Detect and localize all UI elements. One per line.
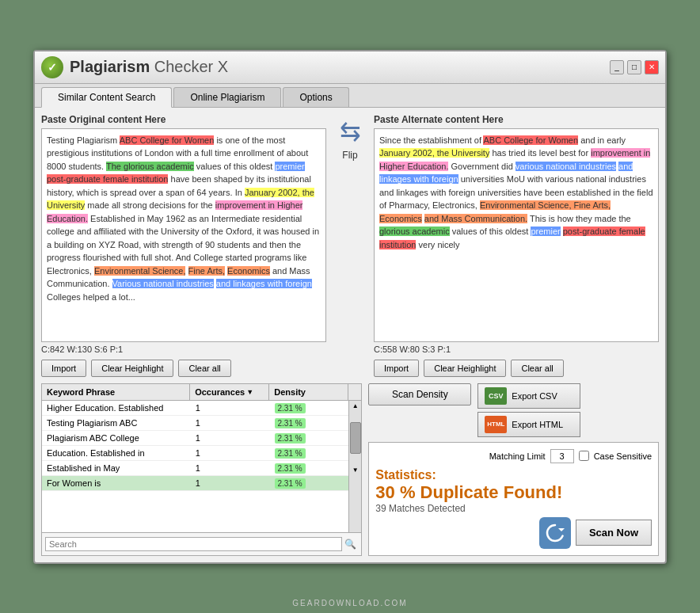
matching-limit-input[interactable] — [550, 449, 574, 463]
scan-now-button[interactable]: Scan Now — [576, 520, 652, 546]
left-status: C:842 W:130 S:6 P:1 — [41, 342, 326, 356]
right-btn-row: Import Clear Heighlight Clear all — [374, 356, 659, 380]
export-html-button[interactable]: HTML Export HTML — [477, 412, 580, 437]
export-html-label: Export HTML — [512, 420, 563, 429]
main-content: Paste Original content Here Testing Plag… — [35, 108, 665, 562]
maximize-button[interactable]: □ — [627, 60, 641, 74]
right-import-button[interactable]: Import — [374, 360, 419, 377]
scroll-up-icon[interactable]: ▲ — [351, 401, 360, 411]
kw-scrollbar[interactable]: ▲ ▼ — [348, 401, 361, 532]
button-row: Import Clear Heighlight Clear all Import… — [41, 356, 659, 380]
flip-button[interactable]: ⇆ — [333, 114, 368, 150]
stats-box: Matching Limit Case Sensitive Statistics… — [368, 442, 659, 556]
left-import-button[interactable]: Import — [41, 360, 86, 377]
right-clear-all-button[interactable]: Clear all — [511, 360, 563, 377]
right-controls-section: Scan Density CSV Export CSV HTML Export … — [368, 383, 659, 556]
right-text-area[interactable]: Since the establishment of ABC College f… — [374, 128, 659, 342]
kw-phrase-1: Testing Plagiarism ABC — [42, 416, 191, 430]
right-panel: Paste Alternate content Here Since the e… — [374, 114, 659, 342]
kw-occ-5: 1 — [191, 476, 270, 490]
kw-density-1: 2.31 % — [270, 416, 349, 430]
scan-density-button[interactable]: Scan Density — [368, 383, 471, 405]
right-text-content: Since the establishment of ABC College f… — [379, 135, 653, 249]
kw-occ-4: 1 — [191, 461, 270, 475]
left-status-panel: C:842 W:130 S:6 P:1 — [41, 342, 326, 356]
kw-scroll-spacer — [348, 384, 361, 400]
kw-density-badge-0: 2.31 % — [275, 403, 306, 413]
search-icon: 🔍 — [344, 539, 356, 550]
kw-occ-0: 1 — [191, 401, 270, 415]
html-icon: HTML — [485, 416, 507, 433]
kw-row-2: Plagiarism ABC College 1 2.31 % — [42, 431, 348, 446]
app-title-bold: Plagiarism — [70, 58, 150, 75]
kw-density-badge-1: 2.31 % — [275, 418, 306, 428]
scroll-thumb[interactable] — [350, 422, 361, 454]
scan-density-col: Scan Density — [368, 383, 471, 437]
matching-limit-row: Matching Limit Case Sensitive — [375, 449, 652, 463]
left-clear-all-button[interactable]: Clear all — [178, 360, 230, 377]
flip-area: ⇆ Flip — [326, 114, 374, 161]
stats-matches: 39 Matches Detected — [375, 503, 652, 514]
title-controls: _ □ ✕ — [610, 60, 659, 74]
flip-icon: ⇆ — [340, 116, 361, 147]
export-col: CSV Export CSV HTML Export HTML — [477, 383, 580, 437]
keyword-section: Keyword Phrase Occurances ▼ Density High… — [41, 383, 362, 556]
sort-arrow-icon[interactable]: ▼ — [246, 388, 253, 396]
left-clear-highlight-button[interactable]: Clear Heighlight — [91, 360, 173, 377]
kw-occ-2: 1 — [191, 431, 270, 445]
kw-row-4: Established in May 1 2.31 % — [42, 461, 348, 476]
kw-density-badge-2: 2.31 % — [275, 433, 306, 444]
keyword-header: Keyword Phrase Occurances ▼ Density — [42, 384, 361, 401]
flip-label: Flip — [342, 150, 357, 161]
kw-density-badge-3: 2.31 % — [275, 448, 306, 459]
right-btn-panel: Import Clear Heighlight Clear all — [374, 356, 659, 380]
kw-density-0: 2.31 % — [270, 401, 349, 415]
kw-density-4: 2.31 % — [270, 461, 349, 475]
kw-row-0: Higher Education. Established 1 2.31 % — [42, 401, 348, 416]
app-window: Plagiarism Checker X _ □ ✕ Similar Conte… — [33, 50, 667, 564]
export-csv-button[interactable]: CSV Export CSV — [477, 383, 580, 409]
scan-now-icon-button[interactable] — [539, 517, 571, 549]
kw-row-3: Education. Established in 1 2.31 % — [42, 446, 348, 461]
left-panel: Paste Original content Here Testing Plag… — [41, 114, 326, 342]
left-btn-panel: Import Clear Heighlight Clear all — [41, 356, 326, 380]
left-text-content: Testing Plagiarism ABC College for Women… — [47, 135, 319, 302]
stats-title: Statistics: — [375, 468, 652, 482]
kw-phrase-4: Established in May — [42, 461, 191, 475]
kw-table-body-container: Higher Education. Established 1 2.31 % T… — [42, 401, 361, 532]
kw-row-1: Testing Plagiarism ABC 1 2.31 % — [42, 416, 348, 431]
kw-row-5: For Women is 1 2.31 % — [42, 476, 348, 491]
kw-col-density: Density — [269, 384, 348, 400]
app-title: Plagiarism Checker X — [70, 58, 228, 76]
right-clear-highlight-button[interactable]: Clear Heighlight — [424, 360, 506, 377]
kw-occ-3: 1 — [191, 446, 270, 460]
left-text-area[interactable]: Testing Plagiarism ABC College for Women… — [41, 128, 326, 342]
kw-search-button[interactable]: 🔍 — [342, 536, 358, 552]
right-status: C:558 W:80 S:3 P:1 — [374, 342, 659, 356]
kw-col-occ: Occurances ▼ — [190, 384, 269, 400]
scan-export-row: Scan Density CSV Export CSV HTML Export … — [368, 383, 659, 437]
case-sensitive-checkbox[interactable] — [579, 451, 589, 461]
status-row: C:842 W:130 S:6 P:1 C:558 W:80 S:3 P:1 — [41, 342, 659, 356]
kw-search-row: 🔍 — [42, 532, 361, 555]
kw-density-badge-4: 2.31 % — [275, 463, 306, 474]
watermark: GEARDOWNLOAD.COM — [0, 596, 700, 610]
minimize-button[interactable]: _ — [610, 60, 624, 74]
matching-limit-label: Matching Limit — [489, 451, 546, 461]
tab-online-plagiarism[interactable]: Online Plagiarism — [173, 87, 281, 107]
left-panel-label: Paste Original content Here — [41, 114, 326, 125]
kw-search-input[interactable] — [45, 537, 342, 551]
tab-similar-content[interactable]: Similar Content Search — [41, 87, 172, 108]
scroll-down-icon[interactable]: ▼ — [351, 465, 360, 475]
right-panel-label: Paste Alternate content Here — [374, 114, 659, 125]
kw-phrase-5: For Women is — [42, 476, 191, 490]
export-csv-label: Export CSV — [512, 391, 557, 401]
tab-options[interactable]: Options — [283, 87, 348, 107]
refresh-icon — [544, 522, 566, 544]
app-icon — [41, 56, 63, 78]
kw-density-badge-5: 2.31 % — [275, 478, 306, 489]
right-status-panel: C:558 W:80 S:3 P:1 — [374, 342, 659, 356]
close-button[interactable]: ✕ — [645, 60, 659, 74]
kw-col-phrase: Keyword Phrase — [42, 384, 190, 400]
kw-density-2: 2.31 % — [270, 431, 349, 445]
